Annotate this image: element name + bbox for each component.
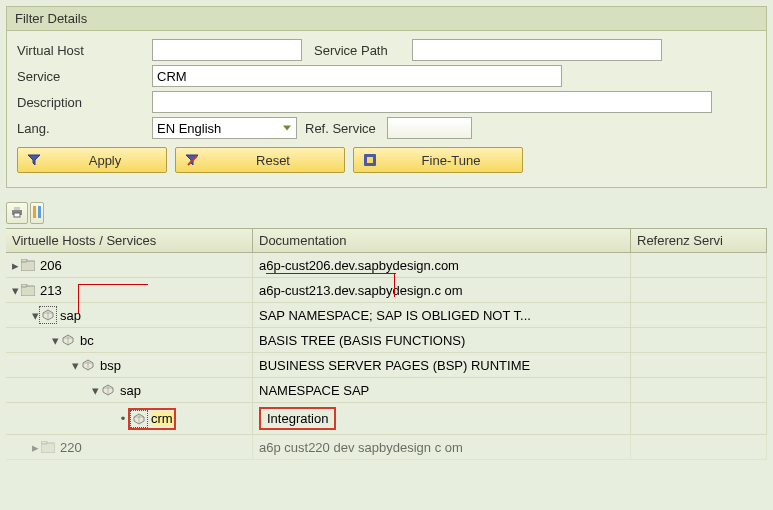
- doc-cell: SAP NAMESPACE; SAP IS OBLIGED NOT T...: [253, 303, 631, 327]
- ref-cell: [631, 303, 767, 327]
- table-row[interactable]: ▾bcBASIS TREE (BASIS FUNCTIONS): [6, 328, 767, 353]
- expander-icon[interactable]: ▸: [30, 440, 40, 455]
- printer-icon: [10, 206, 24, 221]
- ref-service-input[interactable]: [387, 117, 472, 139]
- expander-icon[interactable]: ▾: [10, 283, 20, 298]
- service-path-input[interactable]: [412, 39, 662, 61]
- doc-cell: a6p-cust213.dev.sapbydesign.c om: [253, 278, 631, 302]
- reset-button[interactable]: Reset: [175, 147, 345, 173]
- lang-label: Lang.: [17, 118, 152, 139]
- fine-tune-button[interactable]: Fine-Tune: [353, 147, 523, 173]
- reset-label: Reset: [210, 153, 336, 168]
- highlight-box: Integration: [259, 407, 336, 430]
- ref-cell: [631, 328, 767, 352]
- header-doc[interactable]: Documentation: [253, 229, 631, 252]
- reset-icon: [184, 153, 200, 167]
- svg-rect-6: [33, 206, 36, 218]
- description-input[interactable]: [152, 91, 712, 113]
- expander-icon[interactable]: •: [118, 411, 128, 426]
- service-input[interactable]: [152, 65, 562, 87]
- doc-cell: Integration: [253, 403, 631, 434]
- virtual-host-input[interactable]: [152, 39, 302, 61]
- filter-details-panel: Filter Details Virtual Host Service Path…: [6, 6, 767, 188]
- folder-icon: [20, 257, 36, 273]
- expander-icon[interactable]: ▾: [90, 383, 100, 398]
- filter-icon: [26, 153, 42, 167]
- layout-icon: [33, 206, 41, 221]
- tree-cell: ▸206: [6, 253, 253, 277]
- ref-service-label: Ref. Service: [297, 118, 387, 139]
- expander-icon[interactable]: ▾: [50, 333, 60, 348]
- tree-label: 206: [40, 258, 62, 273]
- apply-label: Apply: [52, 153, 158, 168]
- expander-icon[interactable]: ▸: [10, 258, 20, 273]
- lang-value: EN English: [157, 121, 221, 136]
- expander-icon[interactable]: ▾: [70, 358, 80, 373]
- tree-cell: ▾sap: [6, 303, 253, 327]
- highlight-box: crm: [128, 408, 176, 430]
- ref-cell: [631, 435, 767, 459]
- node-icon: [60, 332, 76, 348]
- tree-label: bc: [80, 333, 94, 348]
- table-row[interactable]: ▾sapSAP NAMESPACE; SAP IS OBLIGED NOT T.…: [6, 303, 767, 328]
- node-icon: [40, 307, 56, 323]
- tree-label: bsp: [100, 358, 121, 373]
- description-label: Description: [17, 92, 152, 113]
- service-path-label: Service Path: [302, 40, 412, 61]
- tree-label: crm: [151, 411, 173, 426]
- lang-dropdown[interactable]: EN English: [152, 117, 297, 139]
- fine-tune-icon: [362, 153, 378, 167]
- header-ref[interactable]: Referenz Servi: [631, 229, 767, 252]
- table-row[interactable]: •crmIntegration: [6, 403, 767, 435]
- node-icon: [131, 411, 147, 427]
- grid-toolbar: [6, 202, 767, 224]
- table-row[interactable]: ▸206a6p-cust206.dev.sapbydesign.com: [6, 253, 767, 278]
- tree-cell: ▸220: [6, 435, 253, 459]
- table-row[interactable]: ▾sapNAMESPACE SAP: [6, 378, 767, 403]
- ref-cell: [631, 378, 767, 402]
- tree-label: sap: [120, 383, 141, 398]
- doc-cell: BASIS TREE (BASIS FUNCTIONS): [253, 328, 631, 352]
- folder-icon: [40, 439, 56, 455]
- service-label: Service: [17, 66, 152, 87]
- header-hosts[interactable]: Virtuelle Hosts / Services: [6, 229, 253, 252]
- tree-label: 220: [60, 440, 82, 455]
- tree-cell: ▾bc: [6, 328, 253, 352]
- tree-label: 213: [40, 283, 62, 298]
- panel-body: Virtual Host Service Path Service Descri…: [7, 31, 766, 187]
- ref-cell: [631, 278, 767, 302]
- table-row[interactable]: ▾213a6p-cust213.dev.sapbydesign.c om: [6, 278, 767, 303]
- tree-cell: •crm: [6, 403, 253, 434]
- table-row[interactable]: ▾bspBUSINESS SERVER PAGES (BSP) RUNTIME: [6, 353, 767, 378]
- grid-header: Virtuelle Hosts / Services Documentation…: [6, 229, 767, 253]
- svg-rect-23: [41, 441, 47, 444]
- virtual-host-label: Virtual Host: [17, 40, 152, 61]
- apply-button[interactable]: Apply: [17, 147, 167, 173]
- tree-cell: ▾sap: [6, 378, 253, 402]
- table-row[interactable]: ▸220a6p cust220 dev sapbydesign c om: [6, 435, 767, 460]
- node-icon: [100, 382, 116, 398]
- tree-cell: ▾213: [6, 278, 253, 302]
- svg-rect-11: [21, 284, 27, 287]
- doc-cell: a6p cust220 dev sapbydesign c om: [253, 435, 631, 459]
- ref-cell: [631, 253, 767, 277]
- svg-rect-9: [21, 259, 27, 262]
- svg-rect-2: [367, 157, 373, 163]
- tree-cell: ▾bsp: [6, 353, 253, 377]
- svg-rect-7: [38, 206, 41, 218]
- node-icon: [80, 357, 96, 373]
- print-button[interactable]: [6, 202, 28, 224]
- tree-label: sap: [60, 308, 81, 323]
- svg-rect-4: [14, 207, 20, 210]
- panel-title: Filter Details: [7, 7, 766, 31]
- doc-cell: BUSINESS SERVER PAGES (BSP) RUNTIME: [253, 353, 631, 377]
- svg-rect-5: [14, 213, 20, 217]
- grid-body: ▸206a6p-cust206.dev.sapbydesign.com▾213a…: [6, 253, 767, 460]
- services-grid: Virtuelle Hosts / Services Documentation…: [6, 228, 767, 460]
- ref-cell: [631, 353, 767, 377]
- expander-icon[interactable]: ▾: [30, 308, 40, 323]
- folder-icon: [20, 282, 36, 298]
- doc-cell: NAMESPACE SAP: [253, 378, 631, 402]
- doc-cell: a6p-cust206.dev.sapbydesign.com: [253, 253, 631, 277]
- layout-button[interactable]: [30, 202, 44, 224]
